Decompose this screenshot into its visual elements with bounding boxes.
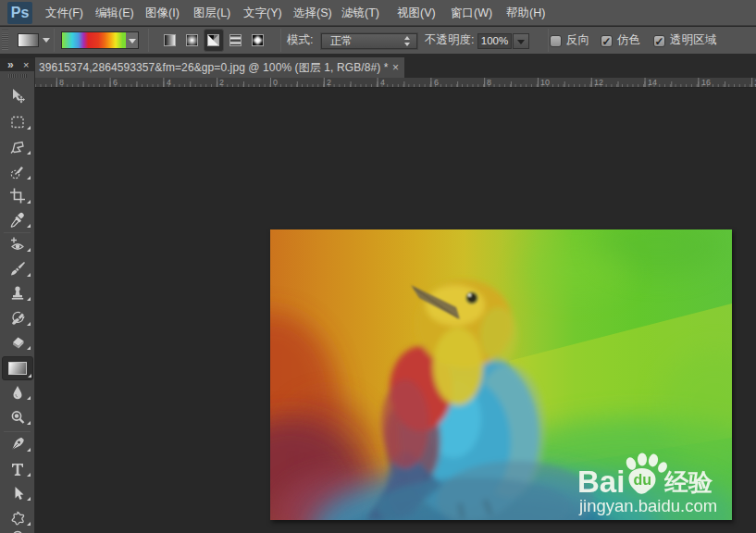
svg-text:经验: 经验 <box>663 468 713 496</box>
svg-text:du: du <box>634 472 652 488</box>
svg-text:Bai: Bai <box>577 465 625 499</box>
svg-text:jingyan.baidu.com: jingyan.baidu.com <box>578 496 717 515</box>
